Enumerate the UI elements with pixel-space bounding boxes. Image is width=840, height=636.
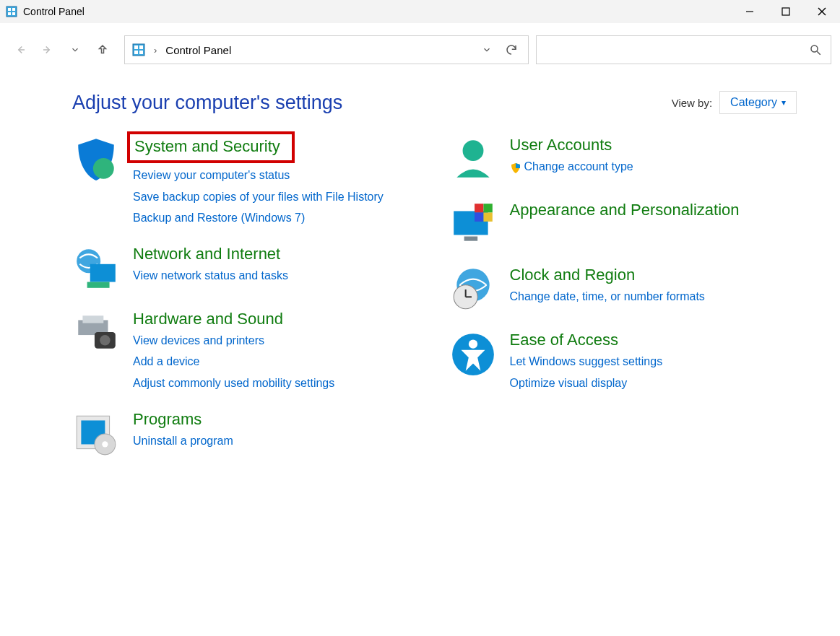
category-user-accounts: User Accounts Change account type (449, 136, 797, 183)
accessibility-icon (449, 331, 497, 378)
category-programs: Programs Uninstall a program (72, 410, 420, 458)
location-icon (132, 43, 145, 56)
svg-rect-12 (134, 45, 138, 49)
svg-point-25 (100, 335, 110, 345)
category-title-appearance[interactable]: Appearance and Personalization (510, 201, 740, 219)
svg-rect-21 (87, 282, 110, 287)
page-heading: Adjust your computer's settings (72, 92, 672, 114)
user-icon (449, 136, 497, 183)
category-title-hardware-and-sound[interactable]: Hardware and Sound (133, 310, 334, 328)
category-title-programs[interactable]: Programs (133, 410, 233, 429)
nav-arrows (9, 43, 117, 57)
svg-rect-1 (8, 8, 11, 11)
category-link[interactable]: Review your computer's status (133, 166, 384, 185)
svg-point-29 (102, 441, 108, 447)
category-ease-of-access: Ease of Access Let Windows suggest setti… (449, 331, 797, 392)
globe-monitor-icon (72, 245, 120, 292)
svg-point-42 (468, 339, 477, 348)
svg-point-16 (811, 45, 818, 52)
svg-rect-2 (12, 8, 15, 11)
maximize-button[interactable] (768, 0, 804, 23)
search-icon[interactable] (809, 43, 822, 56)
category-link[interactable]: Add a device (133, 352, 334, 371)
category-title-network-and-internet[interactable]: Network and Internet (133, 245, 288, 263)
shield-icon (72, 136, 120, 183)
category-title-system-and-security[interactable]: System and Security (127, 131, 295, 163)
window-controls (732, 0, 840, 23)
svg-rect-14 (134, 51, 138, 54)
address-dropdown-button[interactable] (477, 40, 496, 59)
search-box[interactable] (536, 35, 831, 64)
left-column: System and Security Review your computer… (72, 136, 420, 458)
svg-point-30 (462, 140, 483, 161)
breadcrumb-separator-icon[interactable]: › (151, 45, 160, 56)
svg-rect-32 (464, 237, 477, 241)
content-area: Adjust your computer's settings View by:… (0, 77, 840, 458)
category-link[interactable]: Uninstall a program (133, 432, 233, 450)
refresh-button[interactable] (502, 40, 521, 59)
category-appearance-and-personalization: Appearance and Personalization (449, 201, 797, 248)
forward-button[interactable] (40, 43, 55, 57)
view-by-dropdown[interactable]: Category ▾ (719, 91, 797, 114)
svg-rect-34 (483, 204, 492, 212)
clock-globe-icon (449, 266, 497, 313)
monitor-colors-icon (449, 201, 497, 248)
content-header: Adjust your computer's settings View by:… (72, 91, 797, 114)
category-columns: System and Security Review your computer… (72, 136, 797, 458)
category-link[interactable]: Optimize visual display (510, 374, 663, 393)
category-link[interactable]: Save backup copies of your files with Fi… (133, 188, 384, 206)
category-link[interactable]: Backup and Restore (Windows 7) (133, 209, 384, 227)
svg-rect-20 (90, 264, 116, 282)
navigation-row: › Control Panel (0, 23, 840, 77)
category-link-label: Change account type (524, 157, 633, 176)
caret-down-icon: ▾ (781, 97, 786, 108)
category-link[interactable]: Let Windows suggest settings (510, 352, 663, 371)
svg-point-18 (93, 158, 114, 179)
svg-rect-35 (475, 213, 483, 222)
search-input[interactable] (545, 43, 809, 57)
svg-rect-36 (483, 213, 492, 222)
svg-rect-23 (82, 315, 103, 323)
category-link[interactable]: View devices and printers (133, 331, 334, 350)
category-clock-and-region: Clock and Region Change date, time, or n… (449, 266, 797, 313)
category-system-and-security: System and Security Review your computer… (72, 136, 420, 227)
up-button[interactable] (95, 43, 110, 57)
breadcrumb-current[interactable]: Control Panel (165, 44, 231, 56)
svg-line-17 (817, 51, 820, 55)
svg-rect-3 (8, 12, 11, 15)
svg-rect-4 (12, 12, 15, 15)
category-link-change-account-type[interactable]: Change account type (510, 157, 633, 176)
right-column: User Accounts Change account type Appear… (449, 136, 797, 458)
category-link[interactable]: View network status and tasks (133, 266, 288, 285)
minimize-button[interactable] (732, 0, 768, 23)
category-title-clock-and-region[interactable]: Clock and Region (510, 266, 705, 284)
close-button[interactable] (804, 0, 840, 23)
category-network-and-internet: Network and Internet View network status… (72, 245, 420, 292)
control-panel-app-icon (6, 6, 17, 17)
category-hardware-and-sound: Hardware and Sound View devices and prin… (72, 310, 420, 393)
category-link[interactable]: Adjust commonly used mobility settings (133, 374, 334, 393)
back-button[interactable] (13, 43, 27, 57)
window-title: Control Panel (23, 6, 732, 17)
svg-rect-6 (782, 8, 789, 15)
svg-rect-33 (475, 204, 483, 212)
programs-icon (72, 410, 120, 458)
category-title-user-accounts[interactable]: User Accounts (510, 136, 633, 154)
view-by-label: View by: (672, 97, 712, 109)
address-bar[interactable]: › Control Panel (124, 35, 529, 64)
printer-camera-icon (72, 310, 120, 357)
svg-rect-13 (139, 45, 143, 49)
svg-rect-15 (139, 51, 143, 54)
category-link[interactable]: Change date, time, or number formats (510, 287, 705, 306)
recent-locations-button[interactable] (68, 43, 82, 57)
category-title-ease-of-access[interactable]: Ease of Access (510, 331, 663, 349)
uac-shield-icon (510, 161, 521, 173)
title-bar: Control Panel (0, 0, 840, 23)
view-by-value: Category (730, 96, 777, 109)
